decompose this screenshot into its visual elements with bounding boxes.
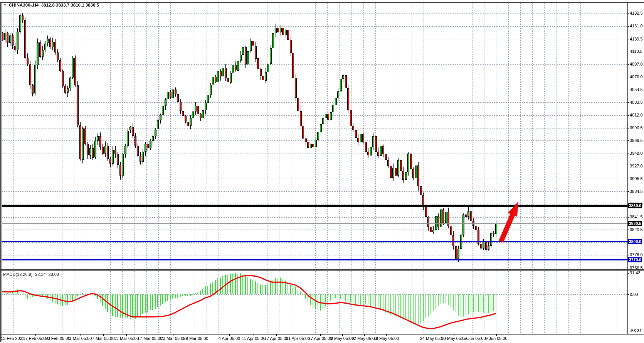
symbol-title: CHINA300-,H4 3812.8 3833.7 3810.1 3830.5 [9,3,99,7]
chart-window: 4182.54161.04139.54118.54097.04076.04054… [0,0,644,343]
up-trend-arrow-shape[interactable] [499,201,518,243]
up-trend-arrow[interactable] [0,0,644,343]
symbol-dropdown-icon[interactable]: ▼ [3,3,7,7]
chart-title-bar: ▼ CHINA300-,H4 3812.8 3833.7 3810.1 3830… [3,3,99,7]
macd-indicator-label: MACD(12,26,9) -22.34 -28.08 [3,272,59,277]
